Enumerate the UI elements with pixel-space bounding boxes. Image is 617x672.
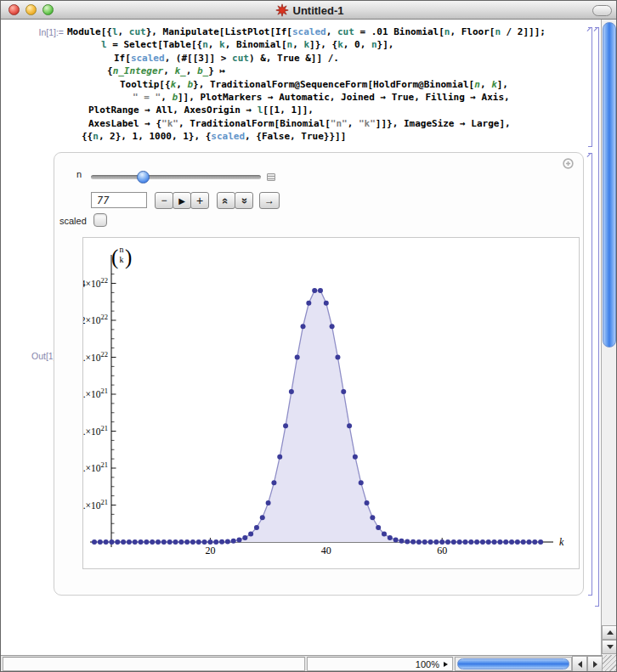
- binomial-listplot[interactable]: 2.×10214.×10216.×10218.×10211.×10221.2×1…: [83, 238, 579, 568]
- plot-area[interactable]: 2.×10214.×10216.×10218.×10211.×10221.2×1…: [82, 237, 580, 569]
- output-cell-bracket[interactable]: [588, 153, 592, 596]
- data-point-marker: [161, 539, 167, 545]
- data-point-marker: [260, 515, 265, 520]
- speed-up-button[interactable]: «: [217, 192, 235, 209]
- data-point-marker: [301, 324, 306, 329]
- code-line: " = ", b]], PlotMarkers → Automatic, Joi…: [67, 91, 586, 104]
- data-point-marker: [266, 500, 271, 505]
- vertical-scroll-thumb[interactable]: [603, 22, 616, 347]
- window-title: Untitled-1: [293, 4, 344, 17]
- svg-text:1.2×1022: 1.2×1022: [83, 313, 108, 325]
- data-point-marker: [492, 539, 497, 545]
- step-minus-button[interactable]: −: [155, 192, 173, 209]
- data-point-marker: [365, 500, 370, 505]
- data-point-marker: [98, 539, 103, 545]
- data-point-marker: [156, 539, 161, 545]
- input-cell-code[interactable]: Module[{l, cut}, Manipulate[ListPlot[If[…: [67, 25, 586, 144]
- svg-text:n: n: [120, 245, 124, 254]
- down-arrow-icon: [607, 645, 614, 649]
- data-point-marker: [295, 355, 300, 360]
- data-point-marker: [335, 355, 340, 360]
- code-line: AxesLabel → {"k", TraditionalForm[Binomi…: [67, 117, 586, 130]
- horizontal-scrollbar[interactable]: [455, 657, 572, 671]
- data-point-marker: [277, 455, 282, 460]
- data-point-marker: [393, 537, 399, 542]
- left-arrow-icon: [578, 661, 582, 668]
- data-point-marker: [439, 539, 444, 545]
- svg-text:(: (: [111, 246, 118, 269]
- data-point-marker: [527, 539, 532, 545]
- data-point-marker: [353, 455, 358, 460]
- manipulate-options-button[interactable]: [563, 158, 574, 169]
- data-point-marker: [121, 539, 126, 545]
- slider-thumb[interactable]: [137, 171, 150, 184]
- filling-region: [94, 291, 541, 542]
- code-line: Module[{l, cut}, Manipulate[ListPlot[If[…: [67, 25, 586, 38]
- data-point-marker: [468, 539, 473, 545]
- resize-grip[interactable]: [603, 655, 617, 672]
- data-point-marker: [242, 535, 247, 540]
- data-point-marker: [115, 539, 120, 545]
- code-line: l = Select[Table[{n, k, Binomial[n, k]},…: [67, 38, 586, 51]
- x-axis-label: k: [559, 536, 564, 548]
- magnification-value: 100%: [416, 659, 439, 669]
- data-point-marker: [474, 539, 479, 545]
- code-line: If[scaled, (#[[3]] > cut) &, True &]] /.: [67, 52, 586, 65]
- data-point-marker: [416, 539, 422, 545]
- scroll-right-button[interactable]: [587, 656, 603, 672]
- data-point-marker: [207, 539, 212, 545]
- data-point-marker: [376, 525, 381, 530]
- data-point-marker: [312, 288, 317, 293]
- data-point-marker: [139, 539, 144, 545]
- speed-down-button[interactable]: «: [235, 192, 253, 209]
- minimize-button[interactable]: [25, 4, 37, 15]
- data-point-marker: [104, 539, 109, 545]
- n-slider[interactable]: [91, 175, 261, 179]
- svg-text:20: 20: [205, 545, 215, 556]
- data-point-marker: [359, 480, 364, 485]
- vertical-scrollbar[interactable]: [601, 20, 617, 655]
- data-point-marker: [388, 535, 393, 540]
- data-point-marker: [538, 539, 543, 545]
- data-point-marker: [178, 539, 184, 545]
- n-value-field[interactable]: [91, 192, 147, 208]
- scroll-up-button[interactable]: [602, 625, 617, 640]
- data-point-marker: [497, 539, 502, 545]
- svg-text:6.×1021: 6.×1021: [83, 424, 108, 437]
- scaled-checkbox[interactable]: [93, 213, 107, 227]
- hide-controls-button[interactable]: [267, 173, 275, 181]
- magnification-menu[interactable]: 100%: [307, 657, 453, 671]
- up-arrow-icon: [607, 630, 614, 635]
- plus-icon: +: [196, 194, 203, 207]
- close-button[interactable]: [8, 4, 20, 15]
- data-point-marker: [330, 324, 335, 329]
- svg-text:2.×1021: 2.×1021: [83, 498, 108, 511]
- svg-text:60: 60: [437, 545, 447, 556]
- data-point-marker: [422, 539, 427, 545]
- cell-group-bracket[interactable]: [595, 27, 599, 607]
- data-point-marker: [190, 539, 195, 545]
- data-point-marker: [347, 423, 352, 428]
- step-plus-button[interactable]: +: [190, 192, 209, 209]
- menu-arrow-icon: [444, 662, 448, 667]
- titlebar[interactable]: Untitled-1: [1, 1, 617, 20]
- scroll-down-button[interactable]: [602, 640, 617, 654]
- horizontal-scroll-thumb[interactable]: [457, 658, 569, 669]
- scroll-left-button[interactable]: [572, 656, 587, 672]
- play-icon: ▶: [178, 196, 185, 206]
- toolbar-toggle-button[interactable]: [592, 5, 612, 16]
- zoom-button[interactable]: [42, 4, 54, 15]
- data-point-marker: [370, 515, 375, 520]
- mathematica-spikey-icon: [275, 3, 289, 17]
- notebook-window: Untitled-1 In[1]:= Module[{l, cut}, Mani…: [0, 0, 617, 672]
- play-button[interactable]: ▶: [173, 192, 191, 209]
- input-cell-bracket[interactable]: [588, 27, 592, 147]
- double-chevron-up-icon: «: [220, 197, 231, 203]
- data-point-marker: [144, 539, 149, 545]
- data-point-marker: [150, 539, 155, 545]
- data-point-marker: [213, 539, 218, 545]
- direction-button[interactable]: →: [259, 192, 280, 209]
- data-point-marker: [184, 539, 190, 545]
- traffic-lights: [8, 4, 54, 15]
- data-point-marker: [405, 539, 410, 544]
